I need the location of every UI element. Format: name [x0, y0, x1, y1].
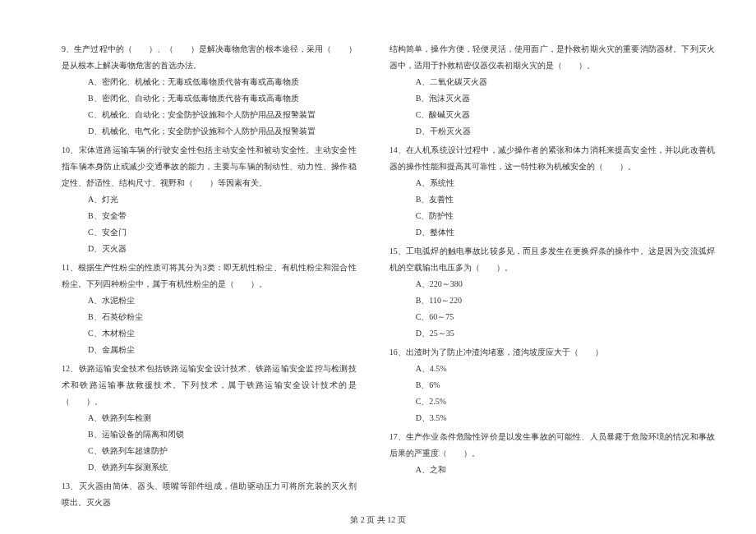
option-b: B、110～220: [416, 292, 715, 309]
options-list: A、铁路列车检测 B、运输设备的隔离和闭锁 C、铁路列车超速防护 D、铁路列车探…: [62, 410, 357, 476]
option-b: B、6%: [416, 377, 715, 394]
option-c: C、铁路列车超速防护: [88, 443, 357, 459]
option-a: A、系统性: [416, 175, 715, 191]
question-16: 16、出渣时为了防止冲渣沟堵塞，渣沟坡度应大于（ ） A、4.5% B、6% C…: [390, 344, 715, 426]
option-d: D、铁路列车探测系统: [88, 459, 357, 476]
option-b: B、泡沫灭火器: [416, 90, 715, 107]
question-text: 14、在人机系统设计过程中，减少操作者的紧张和体力消耗来提高安全性，并以此改善机…: [390, 142, 715, 175]
question-text: 12、铁路运输安全技术包括铁路运输安全设计技术、铁路运输安全监控与检测技术和铁路…: [62, 361, 357, 410]
options-list: A、220～380 B、110～220 C、60～75 D、25～35: [390, 276, 715, 342]
question-text: 15、工电弧焊的触电事故比较多见，而且多发生在更换焊条的操作中。这是因为交流弧焊…: [390, 243, 715, 276]
page-content: 9、生产过程中的（ ）、（ ）是解决毒物危害的根本途径，采用（ ）是从根本上解决…: [0, 0, 756, 505]
question-text: 9、生产过程中的（ ）、（ ）是解决毒物危害的根本途径，采用（ ）是从根本上解决…: [62, 41, 357, 74]
option-a: A、铁路列车检测: [88, 410, 357, 426]
option-c: C、60～75: [416, 309, 715, 325]
option-b: B、安全带: [88, 208, 357, 224]
right-column: 结构简单，操作方便，轻便灵活，使用面广，是扑救初期火灾的重要消防器材。下列灭火器…: [390, 41, 715, 481]
question-11: 11、根据生产性粉尘的性质可将其分为3类：即无机性粉尘、有机性粉尘和混合性粉尘。…: [62, 260, 357, 358]
options-list: A、二氧化碳灭火器 B、泡沫灭火器 C、酸碱灭火器 D、干粉灭火器: [390, 74, 715, 140]
question-15: 15、工电弧焊的触电事故比较多见，而且多发生在更换焊条的操作中。这是因为交流弧焊…: [390, 243, 715, 342]
option-a: A、4.5%: [416, 361, 715, 377]
question-14: 14、在人机系统设计过程中，减少操作者的紧张和体力消耗来提高安全性，并以此改善机…: [390, 142, 715, 241]
option-c: C、防护性: [416, 208, 715, 224]
option-a: A、之和: [416, 462, 715, 478]
question-text: 17、生产作业条件危险性评价是以发生事故的可能性、人员暴露于危险环境的情况和事故…: [390, 429, 715, 462]
options-list: A、密闭化、机械化；无毒或低毒物质代替有毒或高毒物质 B、密闭化、自动化；无毒或…: [62, 74, 357, 140]
option-b: B、石英砂粉尘: [88, 309, 357, 325]
question-text: 13、灭火器由简体、器头、喷嘴等部件组成，借助驱动压力可将所充装的灭火剂喷出。灭…: [62, 478, 357, 511]
option-c: C、酸碱灭火器: [416, 107, 715, 123]
option-d: D、3.5%: [416, 410, 715, 426]
option-a: A、220～380: [416, 276, 715, 292]
option-d: D、干粉灭火器: [416, 123, 715, 140]
option-a: A、灯光: [88, 191, 357, 208]
options-list: A、水泥粉尘 B、石英砂粉尘 C、木材粉尘 D、金属粉尘: [62, 292, 357, 358]
options-list: A、系统性 B、友善性 C、防护性 D、整体性: [390, 175, 715, 241]
option-b: B、运输设备的隔离和闭锁: [88, 426, 357, 443]
option-a: A、水泥粉尘: [88, 292, 357, 309]
options-list: A、灯光 B、安全带 C、安全门 D、灭火器: [62, 191, 357, 257]
question-13: 13、灭火器由简体、器头、喷嘴等部件组成，借助驱动压力可将所充装的灭火剂喷出。灭…: [62, 478, 357, 511]
question-9: 9、生产过程中的（ ）、（ ）是解决毒物危害的根本途径，采用（ ）是从根本上解决…: [62, 41, 357, 140]
option-a: A、二氧化碳灭火器: [416, 74, 715, 90]
question-13-continued: 结构简单，操作方便，轻便灵活，使用面广，是扑救初期火灾的重要消防器材。下列灭火器…: [390, 41, 715, 140]
option-a: A、密闭化、机械化；无毒或低毒物质代替有毒或高毒物质: [88, 74, 357, 90]
question-10: 10、宋体道路运输车辆的行驶安全性包括主动安全性和被动安全性。主动安全性指车辆本…: [62, 142, 357, 257]
left-column: 9、生产过程中的（ ）、（ ）是解决毒物危害的根本途径，采用（ ）是从根本上解决…: [62, 41, 357, 481]
option-d: D、25～35: [416, 325, 715, 342]
question-12: 12、铁路运输安全技术包括铁路运输安全设计技术、铁路运输安全监控与检测技术和铁路…: [62, 361, 357, 476]
options-list: A、之和: [390, 462, 715, 478]
question-text: 10、宋体道路运输车辆的行驶安全性包括主动安全性和被动安全性。主动安全性指车辆本…: [62, 142, 357, 191]
option-c: C、安全门: [88, 224, 357, 241]
option-d: D、金属粉尘: [88, 342, 357, 358]
option-d: D、灭火器: [88, 241, 357, 257]
option-c: C、机械化、自动化；安全防护设施和个人防护用品及报警装置: [88, 107, 357, 123]
question-text: 11、根据生产性粉尘的性质可将其分为3类：即无机性粉尘、有机性粉尘和混合性粉尘。…: [62, 260, 357, 292]
question-text: 结构简单，操作方便，轻便灵活，使用面广，是扑救初期火灾的重要消防器材。下列灭火器…: [390, 41, 715, 74]
option-b: B、密闭化、自动化；无毒或低毒物质代替有毒或高毒物质: [88, 90, 357, 107]
question-17: 17、生产作业条件危险性评价是以发生事故的可能性、人员暴露于危险环境的情况和事故…: [390, 429, 715, 478]
option-c: C、2.5%: [416, 394, 715, 410]
question-text: 16、出渣时为了防止冲渣沟堵塞，渣沟坡度应大于（ ）: [390, 344, 715, 361]
option-c: C、木材粉尘: [88, 325, 357, 342]
option-b: B、友善性: [416, 191, 715, 208]
options-list: A、4.5% B、6% C、2.5% D、3.5%: [390, 361, 715, 426]
option-d: D、机械化、电气化；安全防护设施和个人防护用品及报警装置: [88, 123, 357, 140]
option-d: D、整体性: [416, 224, 715, 241]
page-footer: 第 2 页 共 12 页: [0, 514, 756, 526]
